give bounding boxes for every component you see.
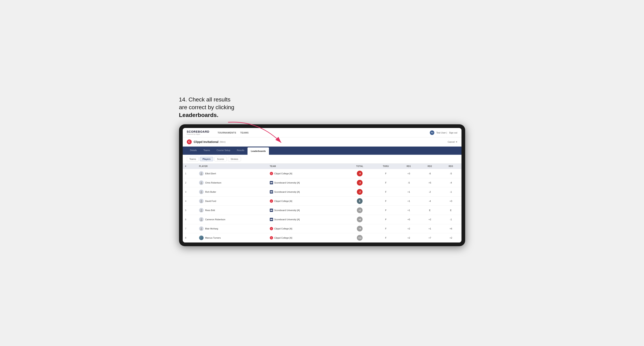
tournament-logo: C [187, 139, 192, 144]
cell-pos: 3 [183, 187, 196, 196]
table-header-row: # PLAYER TEAM TOTAL THRU RD1 RD2 RD3 [183, 164, 462, 169]
player-avatar [199, 190, 204, 194]
player-name: Chris Robertson [205, 181, 221, 184]
team-logo-c: C [270, 236, 273, 239]
filter-strokes[interactable]: Strokes [228, 157, 241, 161]
cell-player: Elliot Ebert [196, 169, 267, 178]
tablet-frame: SCOREBOARD Powered by clippd TOURNAMENTS… [179, 124, 465, 246]
nav-tournaments[interactable]: TOURNAMENTS [218, 131, 236, 135]
cell-rd3: E [440, 206, 462, 215]
cell-thru: F [374, 187, 398, 196]
cell-player: Marcus Turners [196, 233, 267, 242]
tab-results[interactable]: Results [234, 147, 248, 155]
tab-course-setup[interactable]: Course Setup [213, 147, 234, 155]
table-row: 1 Elliot Ebert C Clippd College [A] -8 F… [183, 169, 462, 178]
tab-bar: Details Teams Course Setup Results Leade… [183, 147, 462, 155]
team-name: Scoreboard University [A] [274, 209, 300, 211]
cell-rd1: +1 [398, 206, 420, 215]
player-avatar [199, 226, 204, 231]
cell-player: Cameron Robertson [196, 215, 267, 224]
cell-rd3: -1 [440, 215, 462, 224]
svg-point-13 [201, 228, 202, 229]
cancel-button[interactable]: Cancel ✕ [448, 141, 457, 143]
cell-rd2: +1 [420, 224, 440, 233]
table-row: 7 Blair McHarg C Clippd College [A] +9 F… [183, 224, 462, 233]
filter-teams[interactable]: Teams [187, 157, 199, 161]
table-row: 4 David Ford C Clippd College [A] E F +1… [183, 196, 462, 206]
sign-out-link[interactable]: Sign out [449, 132, 457, 134]
cell-pos: 1 [183, 169, 196, 178]
cell-player: David Ford [196, 196, 267, 206]
svg-point-1 [201, 173, 202, 174]
cell-rd2: -2 [420, 187, 440, 196]
cell-rd3: -5 [440, 169, 462, 178]
col-rd1: RD1 [398, 164, 420, 169]
cell-rd1: -5 [398, 178, 420, 187]
tab-leaderboards[interactable]: Leaderboards [248, 147, 269, 155]
tab-teams[interactable]: Teams [200, 147, 213, 155]
table-body: 1 Elliot Ebert C Clippd College [A] -8 F… [183, 169, 462, 242]
player-name: Cameron Robertson [205, 218, 226, 221]
filter-players[interactable]: Players [200, 157, 213, 161]
col-pos: # [183, 164, 196, 169]
cell-rd2: +2 [420, 215, 440, 224]
cell-rd1: +2 [398, 233, 420, 242]
score-badge: +6 [357, 217, 362, 222]
tournament-gender: (Men) [220, 141, 226, 143]
cell-player: Chris Robertson [196, 178, 267, 187]
team-logo-sb [270, 190, 273, 193]
team-name: Scoreboard University [A] [274, 218, 300, 221]
score-badge: +11 [357, 235, 362, 241]
leaderboard-table: # PLAYER TEAM TOTAL THRU RD1 RD2 RD3 1 E… [183, 164, 462, 242]
instruction-text: 14. Check all results are correct by cli… [179, 96, 234, 119]
col-team: TEAM [267, 164, 346, 169]
cell-pos: 5 [183, 206, 196, 215]
cell-rd3: +3 [440, 196, 462, 206]
cell-thru: F [374, 206, 398, 215]
cell-rd3: +6 [440, 224, 462, 233]
cell-thru: F [374, 224, 398, 233]
player-avatar [199, 171, 204, 176]
cell-player: Rees Britt [196, 206, 267, 215]
cell-rd2: E [420, 206, 440, 215]
cell-total: +6 [346, 215, 374, 224]
cell-rd1: +1 [398, 187, 420, 196]
cell-team: Scoreboard University [A] [267, 187, 346, 196]
svg-point-3 [201, 182, 202, 183]
logo: SCOREBOARD Powered by clippd [187, 130, 210, 135]
cell-rd2: -4 [420, 196, 440, 206]
cell-player: Blair McHarg [196, 224, 267, 233]
team-logo-sb [270, 209, 273, 212]
filter-scores[interactable]: Scores [214, 157, 227, 161]
cell-team: Scoreboard University [A] [267, 206, 346, 215]
tablet-screen: SCOREBOARD Powered by clippd TOURNAMENTS… [183, 128, 462, 242]
cell-thru: F [374, 215, 398, 224]
player-name: David Ford [205, 200, 216, 202]
cell-rd1: +5 [398, 215, 420, 224]
table-row: 5 Rees Britt Scoreboard University [A] +… [183, 206, 462, 215]
tab-details[interactable]: Details [187, 147, 200, 155]
team-logo-c: C [270, 227, 273, 230]
table-row: 6 Cameron Robertson Scoreboard Universit… [183, 215, 462, 224]
player-avatar [199, 199, 204, 203]
col-player: PLAYER [196, 164, 267, 169]
svg-point-9 [201, 209, 202, 210]
team-logo-sb [270, 218, 273, 221]
svg-point-8 [200, 201, 202, 202]
table-row: 2 Chris Robertson Scoreboard University … [183, 178, 462, 187]
cell-pos: 8 [183, 233, 196, 242]
cell-rd1: +1 [398, 196, 420, 206]
cell-pos: 6 [183, 215, 196, 224]
team-logo-c: C [270, 172, 273, 175]
cell-total: +1 [346, 206, 374, 215]
cell-thru: F [374, 178, 398, 187]
player-name: Marcus Turners [205, 237, 221, 239]
cell-team: C Clippd College [A] [267, 224, 346, 233]
outer-wrapper: 14. Check all results are correct by cli… [179, 100, 465, 246]
cell-total: E [346, 196, 374, 206]
player-name: Rees Britt [205, 209, 215, 211]
nav-links: TOURNAMENTS TEAMS [218, 131, 424, 135]
cell-team: C Clippd College [A] [267, 169, 346, 178]
team-name: Scoreboard University [A] [274, 181, 300, 184]
nav-teams[interactable]: TEAMS [240, 131, 248, 135]
